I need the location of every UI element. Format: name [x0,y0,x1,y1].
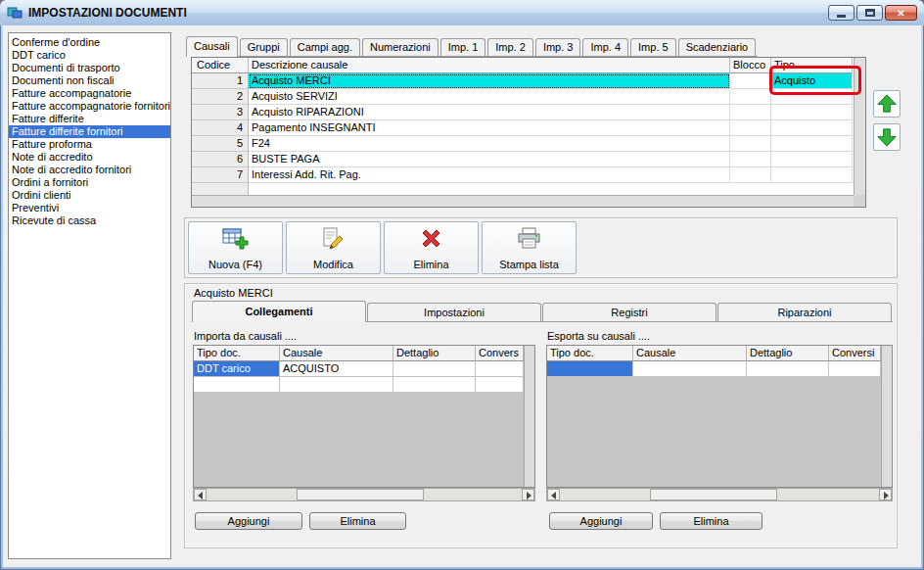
cell-descrizione[interactable]: Acquisto SERVIZI [249,89,730,105]
export-delete-button[interactable]: Elimina [660,512,762,530]
sidebar-item-fatture-accompagnatorie-fornitori[interactable]: Fatture accompagnatorie fornitori [9,100,170,113]
export-add-button[interactable]: Aggiungi [549,512,653,530]
scroll-thumb[interactable] [650,489,777,500]
tab-impostazioni[interactable]: Impostazioni [367,303,541,321]
close-button[interactable]: ✕ [885,5,917,21]
new-button[interactable]: Nuova (F4) [188,221,283,274]
column-header-conversione[interactable]: Conversi [829,346,881,361]
cell-tipo[interactable] [771,152,853,167]
cell-blocco[interactable] [730,152,771,167]
grid-row[interactable]: 5 F24 [192,136,865,152]
move-down-button[interactable] [873,123,901,151]
cell-descrizione[interactable]: Acquisto MERCI [249,73,730,89]
cell-blocco[interactable] [730,105,771,120]
sidebar-item-ddt-carico[interactable]: DDT carico [9,49,170,62]
cell-blocco[interactable] [730,89,771,105]
column-header-dettaglio[interactable]: Dettaglio [747,346,829,361]
export-horizontal-scrollbar[interactable] [546,488,893,501]
sidebar-item-note-di-accredito-fornitori[interactable]: Note di accredito fornitori [9,164,170,176]
column-header-blocco[interactable]: Blocco [730,58,771,73]
print-list-button[interactable]: Stampa lista [482,221,577,274]
cell-descrizione[interactable]: Interessi Add. Rit. Pag. [249,167,730,183]
scroll-right-button[interactable] [879,489,892,500]
import-vertical-scrollbar[interactable] [524,346,534,487]
tab-causali[interactable]: Causali [186,36,238,57]
cell-dettaglio[interactable] [393,361,476,377]
cell-descrizione[interactable]: F24 [249,136,730,152]
cell-empty[interactable] [476,377,524,393]
sidebar-item-preventivi[interactable]: Preventivi [9,202,170,214]
tab-imp-5[interactable]: Imp. 5 [630,38,676,56]
cell-empty[interactable] [393,377,476,393]
sidebar-item-fatture-differite[interactable]: Fatture differite [9,113,170,125]
column-header-codice[interactable]: Codice [192,58,249,73]
cell-tipo[interactable] [771,105,853,120]
column-header-descrizione[interactable]: Descrizione causale [249,58,730,73]
cell-tipo[interactable] [771,120,853,136]
titlebar[interactable]: IMPOSTAZIONI DOCUMENTI ✕ [0,0,924,25]
column-header-conversione[interactable]: Convers [476,346,524,361]
column-header-causale[interactable]: Causale [633,346,747,361]
sidebar-item-note-di-accredito[interactable]: Note di accredito [9,151,170,164]
cell-tipo[interactable] [771,136,853,152]
scroll-thumb[interactable] [297,489,424,500]
sidebar-item-fatture-proforma[interactable]: Fatture proforma [9,138,170,151]
tab-scadenziario[interactable]: Scadenziario [678,38,757,56]
scroll-left-button[interactable] [547,489,560,500]
grid-vertical-scrollbar[interactable] [854,58,865,195]
cell-tipo-doc[interactable] [547,361,633,377]
column-header-tipo-doc[interactable]: Tipo doc. [547,346,633,361]
sidebar-item-ricevute-di-cassa[interactable]: Ricevute di cassa [9,214,170,227]
grid-row[interactable]: 3 Acquisto RIPARAZIONI [192,105,865,120]
cell-descrizione[interactable]: BUSTE PAGA [249,152,730,167]
cell-conversione[interactable] [476,361,524,377]
import-horizontal-scrollbar[interactable] [193,488,535,501]
cell-descrizione[interactable]: Acquisto RIPARAZIONI [249,105,730,120]
sidebar-item-documenti-non-fiscali[interactable]: Documenti non fiscali [9,74,170,87]
table-row[interactable] [547,361,881,377]
tab-imp-2[interactable]: Imp. 2 [487,38,533,56]
sidebar-item-documenti-trasporto[interactable]: Documenti di trasporto [9,62,170,74]
cell-tipo[interactable]: Acquisto [771,73,853,89]
cell-causale[interactable] [633,361,747,377]
grid-row[interactable]: 2 Acquisto SERVIZI [192,89,865,105]
cell-dettaglio[interactable] [747,361,829,377]
sidebar-item-ordini-a-fornitori[interactable]: Ordini a fornitori [9,176,170,189]
cell-blocco[interactable] [730,73,771,89]
tab-riparazioni[interactable]: Riparazioni [717,303,892,321]
tab-imp-4[interactable]: Imp. 4 [582,38,628,56]
cell-empty[interactable] [194,377,280,393]
column-header-causale[interactable]: Causale [280,346,393,361]
sidebar-item-fatture-differite-fornitori[interactable]: Fatture differite fornitori [9,125,170,138]
sidebar-item-conferme-ordine[interactable]: Conferme d'ordine [9,36,170,49]
column-header-tipo-doc[interactable]: Tipo doc. [194,346,280,361]
cell-blocco[interactable] [730,167,771,183]
scroll-left-button[interactable] [194,489,207,500]
table-row-empty[interactable] [194,377,524,393]
tab-registri[interactable]: Registri [542,303,716,321]
export-vertical-scrollbar[interactable] [881,346,892,487]
sidebar-item-fatture-accompagnatorie[interactable]: Fatture accompagnatorie [9,87,170,100]
import-delete-button[interactable]: Elimina [309,512,406,530]
scroll-right-button[interactable] [522,489,534,500]
column-header-dettaglio[interactable]: Dettaglio [393,346,476,361]
grid-row[interactable]: 6 BUSTE PAGA [192,152,865,167]
grid-row[interactable]: 7 Interessi Add. Rit. Pag. [192,167,865,183]
tab-campi-agg[interactable]: Campi agg. [290,38,360,56]
maximize-button[interactable] [856,5,883,21]
tab-gruppi[interactable]: Gruppi [240,38,288,56]
move-up-button[interactable] [873,90,901,118]
cell-descrizione[interactable]: Pagamento INSEGNANTI [249,120,730,136]
cell-tipo-doc[interactable]: DDT carico [194,361,280,377]
tab-collegamenti[interactable]: Collegamenti [192,301,366,322]
delete-button[interactable]: Elimina [384,221,479,274]
cell-empty[interactable] [280,377,393,393]
tab-numerazioni[interactable]: Numerazioni [362,38,439,56]
tab-imp-1[interactable]: Imp. 1 [440,38,486,56]
grid-row[interactable]: 1 Acquisto MERCI Acquisto [192,73,865,89]
modify-button[interactable]: Modifica [286,221,381,274]
column-header-tipo[interactable]: Tipo [771,58,853,73]
cell-blocco[interactable] [730,136,771,152]
cell-causale[interactable]: ACQUISTO [280,361,393,377]
tab-imp-3[interactable]: Imp. 3 [535,38,581,56]
